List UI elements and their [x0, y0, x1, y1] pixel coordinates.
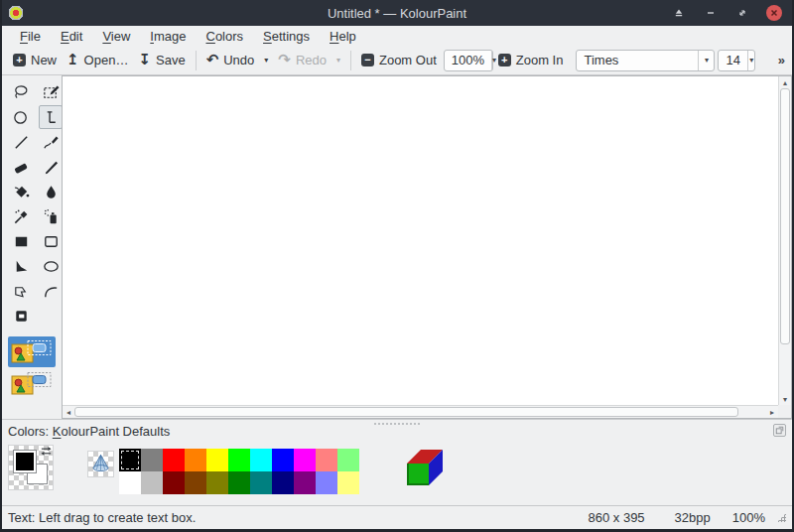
tool-ellipse-button[interactable]: [39, 254, 63, 278]
keep-above-button[interactable]: [671, 5, 687, 21]
palette-color-swatch[interactable]: [119, 471, 141, 494]
undo-button[interactable]: ↶ Undo ▾: [201, 50, 274, 70]
tool-color-picker-button[interactable]: [9, 204, 33, 228]
curve-icon: [42, 282, 61, 301]
tool-flood-fill-button[interactable]: [9, 180, 33, 203]
toolbar-overflow-button[interactable]: »: [778, 53, 785, 67]
palette-color-swatch[interactable]: [316, 449, 337, 471]
tool-selection-rectangular-button[interactable]: [39, 80, 63, 104]
color-similarity-cone-icon: [89, 453, 112, 475]
save-label: Save: [156, 53, 186, 67]
tool-polygon-button[interactable]: [9, 254, 33, 278]
minimize-button[interactable]: [703, 5, 719, 21]
menu-settings[interactable]: Settings: [253, 28, 320, 45]
tool-eraser-button[interactable]: [9, 155, 33, 179]
tool-brush-button[interactable]: [39, 155, 63, 179]
color-similarity-button[interactable]: [87, 451, 114, 477]
chevron-down-icon[interactable]: ▾: [747, 51, 755, 70]
maximize-button[interactable]: [734, 5, 750, 21]
zoom-out-button[interactable]: − Zoom Out: [356, 50, 442, 70]
vertical-scrollbar[interactable]: ▴ ▾: [778, 76, 791, 405]
tool-spraycan-button[interactable]: [39, 204, 63, 228]
horizontal-scroll-thumb[interactable]: [74, 407, 738, 417]
tool-rounded-rectangle-button[interactable]: [39, 229, 63, 253]
colors-dock: Colors: KolourPaint Defaults: [2, 419, 792, 505]
palette-color-swatch[interactable]: [141, 449, 163, 471]
open-button[interactable]: ↥ Open…: [62, 50, 133, 70]
new-button[interactable]: + New: [8, 50, 62, 70]
foreground-background-swatch[interactable]: [8, 445, 54, 490]
selection-opaque-button[interactable]: [8, 336, 56, 367]
dock-drag-handle[interactable]: [374, 423, 420, 425]
scroll-left-icon[interactable]: ◂: [63, 406, 74, 418]
undo-dropdown-icon[interactable]: ▾: [264, 56, 268, 65]
palette-color-swatch[interactable]: [206, 449, 228, 471]
rounded-rectangle-icon: [42, 232, 61, 251]
palette-color-swatch[interactable]: [272, 471, 294, 494]
tool-color-eraser-button[interactable]: [39, 180, 63, 203]
menu-image[interactable]: Image: [140, 28, 196, 45]
palette-color-swatch[interactable]: [163, 449, 185, 471]
tool-rectangle-button[interactable]: [9, 229, 33, 253]
dock-float-button[interactable]: [773, 424, 786, 437]
redo-button[interactable]: ↷ Redo ▾: [273, 50, 345, 70]
palette-color-swatch[interactable]: [337, 449, 359, 471]
menu-help[interactable]: Help: [320, 28, 366, 45]
font-size-combo[interactable]: 14 ▾: [718, 50, 755, 71]
rgb-cube-icon: [407, 450, 443, 485]
menu-view[interactable]: View: [92, 28, 140, 45]
palette-color-swatch[interactable]: [294, 471, 316, 494]
scroll-up-icon[interactable]: ▴: [779, 76, 791, 88]
palette-color-swatch[interactable]: [185, 449, 206, 471]
tool-text-button[interactable]: [39, 105, 63, 129]
vertical-scroll-thumb[interactable]: [780, 88, 790, 344]
palette-color-swatch[interactable]: [250, 471, 272, 494]
foreground-color-swatch[interactable]: [14, 451, 36, 472]
tool-curve-button[interactable]: [39, 279, 63, 303]
palette-color-swatch[interactable]: [119, 449, 141, 471]
menu-edit[interactable]: Edit: [51, 28, 92, 45]
palette-color-swatch[interactable]: [185, 471, 206, 494]
color-palette: [119, 449, 359, 494]
swap-colors-icon[interactable]: [40, 445, 53, 458]
palette-color-swatch[interactable]: [250, 449, 272, 471]
zoom-level-combo[interactable]: 100% ▾: [444, 50, 493, 71]
palette-color-swatch[interactable]: [294, 449, 316, 471]
canvas[interactable]: [63, 76, 778, 405]
tool-connected-lines-button[interactable]: [9, 279, 33, 303]
scroll-right-icon[interactable]: ▸: [766, 406, 778, 418]
horizontal-scroll-track[interactable]: [74, 406, 766, 418]
tool-line-button[interactable]: [9, 130, 33, 154]
close-icon: [770, 9, 778, 17]
zoom-in-button[interactable]: + Zoom In: [493, 50, 569, 70]
tool-zoom-button[interactable]: [9, 304, 33, 328]
palette-color-swatch[interactable]: [337, 471, 359, 494]
vertical-scroll-track[interactable]: [779, 88, 791, 393]
resize-grip[interactable]: [777, 513, 786, 522]
palette-color-swatch[interactable]: [228, 449, 250, 471]
font-family-combo[interactable]: Times ▾: [576, 50, 715, 71]
palette-color-swatch[interactable]: [316, 471, 337, 494]
kolourpaint-window: Untitled * — KolourPaint FileEditViewIma…: [0, 0, 794, 532]
font-size-value: 14: [719, 53, 746, 67]
menu-colors[interactable]: Colors: [196, 28, 253, 45]
selection-transparent-button[interactable]: [8, 368, 56, 399]
tool-selection-elliptical-button[interactable]: [9, 105, 33, 129]
scroll-down-icon[interactable]: ▾: [779, 393, 791, 405]
tool-pen-button[interactable]: [39, 130, 63, 154]
chevron-down-icon[interactable]: ▾: [698, 51, 714, 70]
palette-color-swatch[interactable]: [163, 471, 185, 494]
save-button[interactable]: ↧ Save: [133, 50, 190, 70]
palette-color-swatch[interactable]: [141, 471, 163, 494]
close-button[interactable]: [766, 5, 782, 21]
palette-color-swatch[interactable]: [228, 471, 250, 494]
status-message: Text: Left drag to create text box.: [8, 510, 196, 525]
horizontal-scrollbar[interactable]: ◂ ▸: [63, 405, 778, 418]
redo-dropdown-icon[interactable]: ▾: [336, 56, 340, 65]
tool-selection-free-form-button[interactable]: [9, 80, 33, 104]
palette-color-swatch[interactable]: [206, 471, 228, 494]
color-eraser-icon: [42, 183, 61, 201]
palette-color-swatch[interactable]: [272, 449, 294, 471]
menu-file[interactable]: File: [10, 28, 51, 45]
color-picker-icon: [12, 207, 31, 226]
